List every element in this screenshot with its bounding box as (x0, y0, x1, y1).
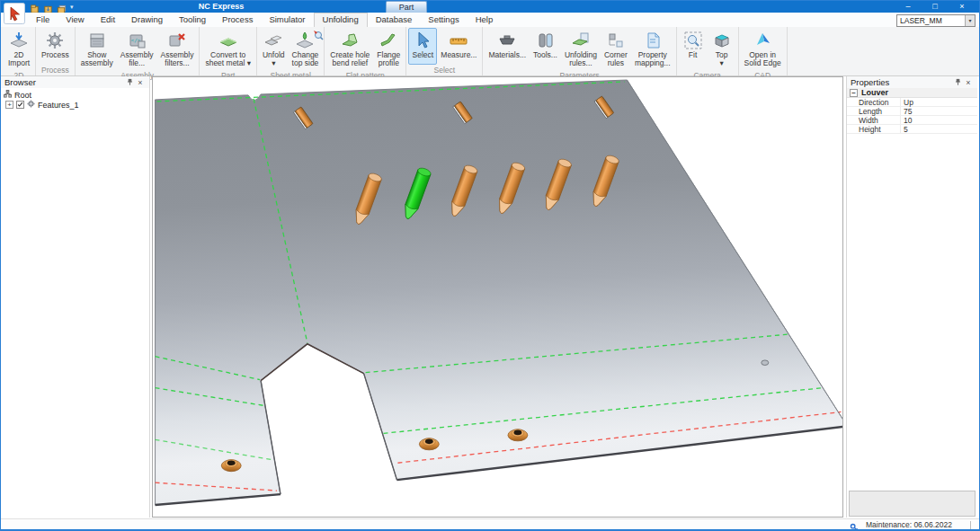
zoom-selection-icon[interactable] (313, 29, 325, 40)
property-value[interactable]: Up (900, 98, 977, 106)
property-group-louver[interactable]: − Louver (847, 88, 977, 98)
visibility-checkbox[interactable] (16, 101, 24, 109)
ribbon-button-label: Fit (689, 51, 697, 59)
flange-profile-button[interactable]: Flangeprofile (373, 28, 404, 70)
save-icon[interactable] (43, 2, 53, 12)
menu-edit[interactable]: Edit (93, 13, 123, 27)
property-row-direction[interactable]: DirectionUp (847, 98, 977, 107)
grommet[interactable] (419, 438, 439, 450)
tree-item-features_1[interactable]: +Features_1 (4, 100, 149, 110)
process-button[interactable]: Process (38, 28, 73, 65)
ribbon-button-label: Unfold▾ (263, 51, 285, 68)
close-icon[interactable]: × (963, 77, 974, 87)
tree-item-root[interactable]: Root (4, 90, 149, 100)
statusbar: Maintenance: 06.06.2022 (1, 518, 979, 530)
statusbar-separator (970, 521, 971, 529)
assembly-file-icon: </> (126, 30, 147, 51)
menu-process[interactable]: Process (214, 13, 261, 27)
maintenance-status: Maintenance: 06.06.2022 (866, 519, 952, 531)
properties-panel: Properties × − Louver DirectionUpLength7… (846, 76, 977, 518)
property-label: Height (847, 125, 900, 133)
ribbon-group-flat-pattern: Create holebend reliefFlangeprofileFlat … (325, 27, 406, 75)
convert-to-sheet-metal-button[interactable]: Convert tosheet metal ▾ (201, 28, 254, 70)
round-hole[interactable] (762, 360, 769, 366)
sheet-face[interactable] (156, 80, 842, 505)
property-mapping-icon (642, 30, 664, 51)
solid-edge-icon (752, 30, 773, 51)
maximize-button[interactable]: □ (922, 1, 949, 13)
menu-help[interactable]: Help (468, 13, 502, 27)
tree-item-label: Root (14, 91, 31, 100)
menu-tooling[interactable]: Tooling (171, 13, 214, 27)
close-button[interactable]: × (949, 1, 976, 13)
ribbon-group-process: ProcessProcess (36, 27, 76, 75)
convert-sheet-icon (218, 30, 239, 51)
collapse-icon[interactable]: − (850, 89, 858, 97)
close-icon[interactable]: × (135, 77, 146, 87)
unfold-button[interactable]: Unfold▾ (259, 28, 289, 70)
ribbon-group-cad: Open inSolid EdgeCAD (739, 27, 788, 75)
corner-rules-button[interactable]: Cornerrules (601, 28, 631, 70)
materials-icon (496, 30, 518, 51)
ribbon-button-label: Open inSolid Edge (744, 51, 781, 68)
properties-panel-header: Properties × (847, 76, 977, 88)
document-tab-part[interactable]: Part (386, 1, 427, 13)
measure-button[interactable]: Measure... (437, 28, 480, 65)
quick-access-overflow-icon[interactable]: ▾ (70, 2, 74, 12)
properties-panel-title: Properties (851, 77, 952, 87)
property-value[interactable]: 10 (900, 116, 977, 124)
property-value[interactable]: 5 (900, 125, 977, 133)
menu-settings[interactable]: Settings (420, 13, 467, 27)
property-row-height[interactable]: Height5 (847, 125, 977, 134)
fit-button[interactable]: Fit (679, 28, 708, 70)
pin-icon[interactable] (124, 77, 135, 87)
grommet[interactable] (221, 460, 241, 472)
property-mapping-button[interactable]: Propertymapping... (631, 28, 674, 70)
technology-selector[interactable]: LASER_MM ▾ (896, 14, 976, 27)
save-all-icon[interactable] (57, 2, 67, 12)
ribbon-button-label: Convert tosheet metal ▾ (205, 51, 251, 68)
property-row-length[interactable]: Length75 (847, 107, 977, 116)
new-document-icon[interactable] (30, 2, 40, 12)
create-hole-bend-relief-button[interactable]: Create holebend relief (326, 28, 373, 70)
2d-import-button[interactable]: 2DImport (4, 28, 33, 70)
materials-button[interactable]: Materials... (485, 28, 530, 70)
menu-drawing[interactable]: Drawing (123, 13, 171, 27)
assembly-filters-icon (166, 30, 188, 51)
ribbon-button-label: Flangeprofile (377, 51, 400, 68)
assembly-filters-button[interactable]: Assemblyfilters... (157, 28, 198, 70)
ribbon-button-label: Cornerrules (604, 51, 628, 68)
open-in-solid-edge-button[interactable]: Open inSolid Edge (741, 28, 785, 70)
ribbon-button-label: Top▾ (716, 51, 728, 68)
feature-tree: Root+Features_1 (1, 88, 149, 110)
expander-icon[interactable]: + (5, 101, 13, 109)
app-logo-icon[interactable] (4, 3, 25, 24)
menu-database[interactable]: Database (368, 13, 421, 27)
minimize-button[interactable]: – (895, 1, 922, 13)
ribbon-button-label: Measure... (441, 51, 477, 59)
ribbon-button-label: Unfoldingrules... (565, 51, 597, 68)
unfolding-rules-button[interactable]: Unfoldingrules... (561, 28, 601, 70)
ribbon-group-caption: Select (408, 65, 480, 75)
tools-button[interactable]: Tools... (530, 28, 561, 70)
browser-panel-header: Browser × (1, 76, 149, 88)
pin-icon[interactable] (952, 77, 963, 87)
measure-icon (448, 30, 469, 51)
property-row-width[interactable]: Width10 (847, 116, 977, 125)
menu-unfolding[interactable]: Unfolding (314, 13, 368, 27)
show-assembly-button[interactable]: Showassembly (77, 28, 117, 70)
select-icon (412, 30, 433, 51)
grommet[interactable] (508, 429, 528, 441)
chevron-down-icon[interactable]: ▾ (965, 15, 975, 26)
top-button[interactable]: Top▾ (708, 28, 736, 70)
menu-file[interactable]: File (28, 13, 58, 27)
assembly-file-button[interactable]: </>Assemblyfile... (117, 28, 157, 70)
menubar: FileViewEditDrawingToolingProcessSimulat… (1, 13, 979, 27)
ribbon-button-label: Create holebend relief (330, 51, 370, 68)
sheet-metal-part[interactable] (156, 80, 842, 505)
viewport-3d[interactable] (152, 76, 843, 518)
menu-view[interactable]: View (58, 13, 92, 27)
property-value[interactable]: 75 (900, 107, 977, 115)
select-button[interactable]: Select (408, 28, 437, 65)
menu-simulator[interactable]: Simulator (261, 13, 313, 27)
